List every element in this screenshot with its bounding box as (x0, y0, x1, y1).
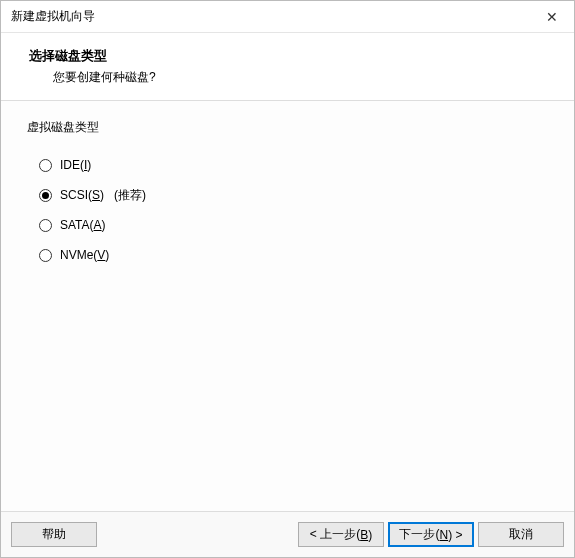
radio-label: IDE(I) (60, 158, 91, 172)
radio-option-scsi[interactable]: SCSI(S) (推荐) (39, 180, 558, 210)
titlebar: 新建虚拟机向导 ✕ (1, 1, 574, 33)
disk-type-group-label: 虚拟磁盘类型 (27, 119, 558, 136)
radio-option-sata[interactable]: SATA(A) (39, 210, 558, 240)
radio-label: SATA(A) (60, 218, 106, 232)
wizard-footer: 帮助 < 上一步(B) 下一步(N) > 取消 (1, 511, 574, 557)
recommended-hint: (推荐) (114, 187, 146, 204)
radio-label: SCSI(S) (60, 188, 104, 202)
close-icon: ✕ (546, 9, 558, 25)
radio-icon (39, 219, 52, 232)
wizard-content: 虚拟磁盘类型 IDE(I) SCSI(S) (推荐) SATA(A) (1, 101, 574, 511)
radio-icon (39, 159, 52, 172)
wizard-window: 新建虚拟机向导 ✕ 选择磁盘类型 您要创建何种磁盘? 虚拟磁盘类型 IDE(I)… (0, 0, 575, 558)
cancel-button[interactable]: 取消 (478, 522, 564, 547)
radio-label: NVMe(V) (60, 248, 109, 262)
radio-option-nvme[interactable]: NVMe(V) (39, 240, 558, 270)
window-title: 新建虚拟机向导 (11, 8, 95, 25)
window-close-button[interactable]: ✕ (530, 1, 574, 33)
radio-option-ide[interactable]: IDE(I) (39, 150, 558, 180)
next-button[interactable]: 下一步(N) > (388, 522, 474, 547)
help-button[interactable]: 帮助 (11, 522, 97, 547)
header-subheading: 您要创建何种磁盘? (53, 69, 564, 86)
header-heading: 选择磁盘类型 (29, 47, 564, 65)
radio-icon (39, 189, 52, 202)
radio-icon (39, 249, 52, 262)
back-button[interactable]: < 上一步(B) (298, 522, 384, 547)
wizard-header: 选择磁盘类型 您要创建何种磁盘? (1, 33, 574, 101)
disk-type-radio-group: IDE(I) SCSI(S) (推荐) SATA(A) NVMe(V) (39, 150, 558, 270)
